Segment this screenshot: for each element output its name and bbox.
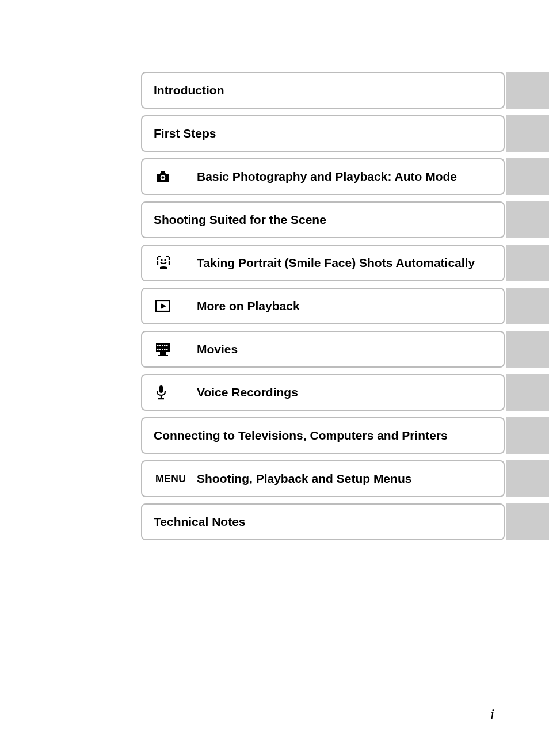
toc-item-portrait-smile[interactable]: Taking Portrait (Smile Face) Shots Autom… — [141, 245, 505, 281]
toc-label: More on Playback — [197, 298, 300, 314]
toc-container: Introduction First Steps Basic Photograp… — [141, 72, 549, 547]
svg-rect-13 — [162, 349, 163, 350]
toc-tab — [506, 417, 549, 454]
svg-rect-7 — [159, 345, 161, 346]
toc-item-basic-photography[interactable]: Basic Photography and Playback: Auto Mod… — [141, 158, 505, 195]
svg-rect-14 — [164, 349, 166, 350]
toc-row: Technical Notes — [141, 503, 549, 540]
toc-row: Taking Portrait (Smile Face) Shots Autom… — [141, 245, 549, 281]
toc-label: Basic Photography and Playback: Auto Mod… — [197, 169, 457, 185]
svg-rect-12 — [159, 349, 161, 350]
toc-item-menus[interactable]: MENU Shooting, Playback and Setup Menus — [141, 460, 505, 497]
toc-row: First Steps — [141, 115, 549, 152]
toc-label: Shooting Suited for the Scene — [154, 212, 326, 228]
toc-row: MENU Shooting, Playback and Setup Menus — [141, 460, 549, 497]
toc-item-more-playback[interactable]: More on Playback — [141, 288, 505, 324]
toc-tab — [506, 245, 549, 281]
svg-rect-11 — [157, 349, 159, 350]
toc-item-technical-notes[interactable]: Technical Notes — [141, 503, 505, 540]
toc-tab — [506, 331, 549, 368]
svg-rect-15 — [166, 349, 168, 350]
toc-row: Connecting to Televisions, Computers and… — [141, 417, 549, 454]
toc-item-introduction[interactable]: Introduction — [141, 72, 505, 109]
toc-item-movies[interactable]: Movies — [141, 331, 505, 368]
toc-row: Movies — [141, 331, 549, 368]
svg-point-2 — [161, 259, 162, 261]
mic-icon — [154, 385, 197, 400]
toc-tab — [506, 288, 549, 324]
toc-label: Introduction — [154, 82, 224, 98]
toc-tab — [506, 460, 549, 497]
svg-rect-10 — [166, 345, 168, 346]
toc-tab — [506, 115, 549, 152]
toc-row: Shooting Suited for the Scene — [141, 201, 549, 238]
svg-point-1 — [162, 176, 165, 179]
toc-row: Introduction — [141, 72, 549, 109]
toc-label: Connecting to Televisions, Computers and… — [154, 427, 448, 444]
menu-icon: MENU — [154, 472, 197, 485]
menu-text-label: MENU — [155, 472, 186, 485]
toc-item-voice-recordings[interactable]: Voice Recordings — [141, 374, 505, 411]
smile-icon — [154, 255, 197, 270]
toc-tab — [506, 503, 549, 540]
toc-item-first-steps[interactable]: First Steps — [141, 115, 505, 152]
toc-label: Shooting, Playback and Setup Menus — [197, 471, 411, 487]
toc-label: Movies — [197, 341, 238, 357]
svg-rect-16 — [159, 385, 163, 393]
toc-label: First Steps — [154, 125, 216, 142]
toc-item-shooting-scene[interactable]: Shooting Suited for the Scene — [141, 201, 505, 238]
toc-item-connecting[interactable]: Connecting to Televisions, Computers and… — [141, 417, 505, 454]
toc-tab — [506, 158, 549, 195]
toc-label: Technical Notes — [154, 514, 246, 530]
svg-rect-9 — [164, 345, 166, 346]
page-number: i — [490, 707, 494, 723]
svg-rect-8 — [162, 345, 163, 346]
svg-rect-6 — [157, 345, 159, 346]
toc-row: Voice Recordings — [141, 374, 549, 411]
camera-icon — [154, 170, 197, 183]
toc-label: Taking Portrait (Smile Face) Shots Autom… — [197, 255, 475, 271]
toc-row: Basic Photography and Playback: Auto Mod… — [141, 158, 549, 195]
toc-row: More on Playback — [141, 288, 549, 324]
toc-tab — [506, 72, 549, 109]
toc-tab — [506, 201, 549, 238]
toc-label: Voice Recordings — [197, 384, 298, 400]
svg-point-3 — [164, 259, 166, 261]
movie-icon — [154, 343, 197, 356]
playback-icon — [154, 300, 197, 312]
toc-tab — [506, 374, 549, 411]
